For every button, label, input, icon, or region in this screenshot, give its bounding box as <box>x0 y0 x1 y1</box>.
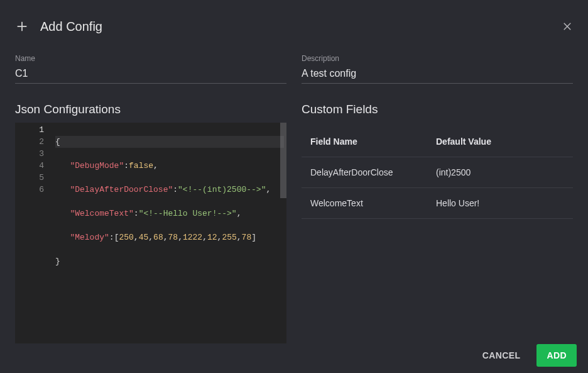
description-input[interactable] <box>302 65 573 84</box>
editor-scrollbar-thumb[interactable] <box>280 123 286 198</box>
editor-gutter: 1 2 3 4 5 6 <box>15 123 53 343</box>
cell-default-value: Hello User! <box>436 198 564 208</box>
plus-icon <box>15 19 29 33</box>
modal-title: Add Config <box>40 19 102 34</box>
cell-field-name: WelcomeText <box>310 198 436 208</box>
col-default-value: Default Value <box>436 136 564 147</box>
custom-fields-title: Custom Fields <box>302 103 573 116</box>
table-row[interactable]: DelayAfterDoorClose (int)2500 <box>302 157 573 188</box>
editor-code[interactable]: { "DebugMode":false, "DelayAfterDoorClos… <box>53 123 286 343</box>
table-header-row: Field Name Default Value <box>302 126 573 157</box>
description-label: Description <box>302 54 573 63</box>
add-button[interactable]: ADD <box>536 344 577 367</box>
right-column: Description Custom Fields Field Name Def… <box>302 54 573 343</box>
name-input[interactable] <box>15 65 286 84</box>
json-section-title: Json Configurations <box>15 103 286 116</box>
left-column: Name Json Configurations 1 2 3 4 5 6 { "… <box>15 54 286 343</box>
cell-field-name: DelayAfterDoorClose <box>310 167 436 177</box>
cell-default-value: (int)2500 <box>436 167 564 177</box>
close-button[interactable] <box>562 21 573 32</box>
cancel-button[interactable]: CANCEL <box>472 344 531 367</box>
json-editor[interactable]: 1 2 3 4 5 6 { "DebugMode":false, "DelayA… <box>15 123 286 343</box>
table-row[interactable]: WelcomeText Hello User! <box>302 188 573 219</box>
modal-header: Add Config <box>0 0 588 42</box>
modal-body: Name Json Configurations 1 2 3 4 5 6 { "… <box>0 42 588 343</box>
custom-fields-table: Field Name Default Value DelayAfterDoorC… <box>302 126 573 219</box>
name-label: Name <box>15 54 286 63</box>
col-field-name: Field Name <box>310 136 436 147</box>
modal-footer: CANCEL ADD <box>0 338 588 373</box>
add-config-modal: Add Config Name Json Configurations 1 2 … <box>0 0 588 373</box>
